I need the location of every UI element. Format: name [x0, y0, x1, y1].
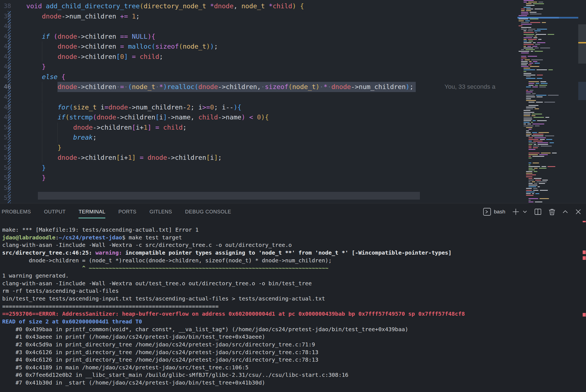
minimap-code-mark [548, 69, 553, 70]
new-terminal-button[interactable] [512, 208, 520, 216]
minimap-code-mark [530, 90, 533, 91]
terminal-icon [483, 208, 491, 216]
line-number: 38 [0, 1, 11, 11]
minimap-code-mark [526, 76, 531, 77]
code-line[interactable]: } [26, 173, 46, 183]
minimap-code-mark [524, 68, 530, 69]
terminal-error-mark [583, 256, 586, 260]
code-line[interactable]: } [26, 62, 46, 72]
minimap-code-mark [529, 158, 532, 158]
line-number: 48 [0, 102, 11, 113]
terminal-output[interactable]: make: *** [Makefile:19: tests/ascending-… [2, 226, 583, 387]
minimap-code-mark [529, 185, 537, 185]
minimap-code-mark [521, 14, 529, 14]
minimap-code-mark [529, 154, 538, 155]
minimap-code-mark [525, 20, 530, 21]
minimap-code-mark [530, 66, 539, 67]
code-line[interactable]: if (dnode->children == NULL){ [26, 32, 155, 42]
minimap-code-mark [529, 129, 532, 130]
minimap-code-mark [550, 142, 554, 143]
minimap-code-mark [529, 105, 538, 106]
code-line[interactable]: for(size_t i=dnode->num_children-2; i>=0… [26, 102, 241, 113]
code-line[interactable]: else { [26, 72, 66, 82]
minimap-code-mark [533, 190, 538, 191]
minimap-code-mark [529, 141, 532, 142]
minimap-code-mark [526, 92, 533, 92]
minimap-code-mark [529, 200, 531, 201]
minimap-code-mark [532, 193, 534, 194]
tab-debug-console[interactable]: DEBUG CONSOLE [185, 203, 231, 220]
minimap-code-mark [525, 59, 530, 60]
minimap-code-mark [541, 83, 548, 84]
minimap-code-mark [526, 193, 531, 194]
minimap-code-mark [526, 3, 532, 4]
maximize-panel-button[interactable] [562, 209, 568, 215]
minimap-code-mark [521, 10, 525, 11]
minimap-code-mark [528, 64, 531, 65]
minimap-code-mark [533, 146, 539, 147]
code-line[interactable]: break; [26, 132, 97, 143]
code-line[interactable]: } [26, 143, 61, 153]
code-line[interactable]: if(strcmp(dnode->children[i]->name, chil… [26, 112, 269, 122]
indent-guide [42, 92, 42, 102]
minimap-code-mark [534, 178, 542, 179]
split-terminal-button[interactable] [534, 208, 542, 216]
code-line[interactable]: dnode->children·=·(node_t·*)realloc(dnod… [26, 82, 414, 92]
minimap-code-mark [536, 102, 543, 103]
minimap-code-mark [535, 51, 543, 52]
terminal-dropdown-button[interactable] [522, 209, 527, 214]
code-line[interactable]: void add_child_directory_tree(directory_… [26, 1, 304, 11]
minimap-code-mark [533, 61, 538, 62]
line-number: 57 [0, 193, 11, 203]
tab-gitlens[interactable]: GITLENS [150, 203, 172, 220]
terminal-line: 1 warning generated. [2, 272, 583, 280]
minimap-code-mark [521, 61, 528, 62]
tab-ports[interactable]: PORTS [118, 203, 136, 220]
line-number: 52 [0, 143, 11, 153]
minimap-code-mark [537, 75, 543, 75]
minimap-code-mark [521, 58, 527, 58]
minimap-code-mark [542, 180, 548, 181]
line-number: 56 [0, 183, 11, 193]
minimap-code-mark [542, 22, 546, 23]
editor-vertical-scrollbar[interactable] [578, 0, 586, 203]
tab-problems[interactable]: PROBLEMS [2, 203, 31, 220]
minimap-code-mark [532, 87, 538, 87]
minimap-code-mark [529, 63, 533, 64]
close-panel-button[interactable] [575, 208, 582, 215]
terminal-session-item[interactable]: bash [483, 208, 505, 216]
tab-output[interactable]: OUTPUT [44, 203, 66, 220]
minimap-code-mark [524, 39, 527, 40]
minimap-code-mark [519, 51, 529, 52]
minimap-code-mark [535, 9, 543, 9]
code-line[interactable]: dnode->children[i+1] = dnode->children[i… [26, 153, 222, 163]
minimap-code-mark [531, 51, 533, 52]
terminal-line: #0 0x439baa in printf_common(void*, char… [2, 326, 583, 333]
minimap-code-mark [528, 56, 537, 57]
scrollbar-slider[interactable] [578, 24, 586, 64]
minimap-code-mark [538, 2, 543, 2]
code-line[interactable]: dnode->children[i+1] = child; [26, 122, 187, 133]
minimap-code-mark [537, 78, 542, 79]
code-line[interactable]: dnode->children = malloc(sizeof(node_t))… [26, 41, 218, 52]
minimap-code-mark [538, 39, 541, 40]
minimap[interactable] [517, 0, 578, 203]
minimap-code-mark [536, 34, 546, 35]
editor-horizontal-scrollbar[interactable] [38, 192, 420, 200]
minimap-code-mark [521, 29, 527, 30]
line-number: 39 [0, 11, 11, 22]
code-line[interactable]: dnode->children[0] = child; [26, 52, 163, 62]
minimap-code-mark [529, 41, 533, 41]
tab-terminal[interactable]: TERMINAL [79, 203, 105, 220]
minimap-code-mark [540, 139, 545, 140]
kill-terminal-button[interactable] [548, 208, 556, 216]
minimap-code-mark [529, 153, 540, 153]
code-line[interactable]: } [26, 163, 46, 173]
terminal-error-mark [583, 221, 586, 222]
code-editor[interactable]: 3839404142434445464748495051525354555657… [0, 0, 586, 203]
minimap-code-mark [534, 171, 537, 172]
minimap-code-mark [521, 59, 523, 60]
minimap-code-mark [535, 85, 538, 86]
minimap-code-mark [524, 115, 530, 116]
code-line[interactable]: dnode->num_children += 1; [26, 11, 140, 22]
